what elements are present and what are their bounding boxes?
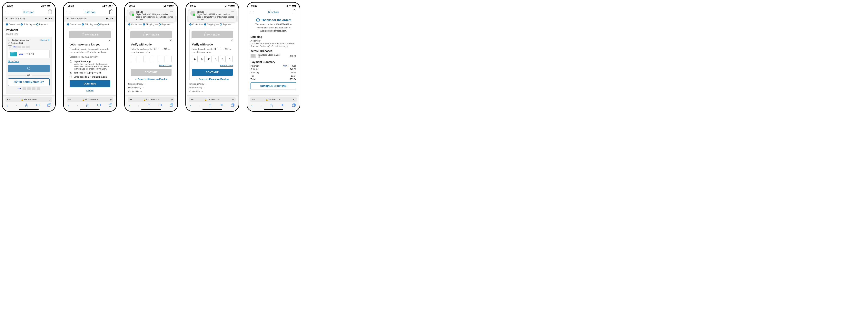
share-icon[interactable]	[147, 103, 151, 108]
reload-icon[interactable]: ↻	[49, 98, 51, 101]
bookmarks-icon[interactable]	[281, 103, 284, 108]
svg-rect-7	[231, 104, 234, 107]
tabs-icon[interactable]	[292, 103, 296, 108]
brand-logo[interactable]: Kitchen	[85, 10, 96, 14]
back-icon[interactable]: ‹	[251, 103, 252, 108]
shipping-section: Shipping Alex Miller 1000 Market Street,…	[250, 35, 297, 48]
verify-option-email[interactable]: Email code to al•••@example.com	[70, 75, 111, 78]
text-size-icon[interactable]: AA	[7, 98, 10, 101]
order-summary-toggle[interactable]: Order Summary $51.84	[64, 16, 116, 22]
tabs-icon[interactable]	[108, 103, 112, 108]
menu-icon[interactable]	[6, 11, 9, 13]
order-summary-toggle[interactable]: Order Summary $51.84	[3, 16, 55, 22]
tabs-icon[interactable]	[231, 103, 235, 108]
bag-icon[interactable]: 1	[110, 10, 113, 14]
resend-code-link[interactable]: Resend code	[220, 64, 233, 67]
otp-digit-3[interactable]: 2	[206, 56, 212, 62]
selected-card[interactable]: VISA •••• 9010	[8, 50, 50, 58]
share-icon[interactable]	[270, 103, 273, 108]
card-last4: •••• 9010	[25, 53, 34, 56]
url-field[interactable]: AA 🔒 kitchen.com ↻	[250, 97, 297, 102]
pay-button-disabled: PAY $51.84	[130, 31, 172, 38]
share-icon[interactable]	[208, 103, 212, 108]
bookmarks-icon[interactable]	[97, 103, 101, 108]
close-icon[interactable]: ✕	[230, 39, 233, 42]
more-cards-link[interactable]: More Cards	[8, 60, 19, 63]
verify-code-modal: PAY $51.84 ✕ Verify with code Enter the …	[189, 29, 235, 80]
verify-option-bank-app[interactable]: In your bank app Verify this purchase in…	[70, 60, 111, 70]
url-field[interactable]: AA 🔒 kitchen.com ↻	[67, 97, 113, 102]
status-bar: 09:10	[187, 3, 238, 9]
text-size-icon[interactable]: AA	[68, 98, 71, 101]
otp-input-group	[131, 56, 172, 62]
bag-icon[interactable]: 1	[48, 10, 52, 14]
resend-code-link[interactable]: Resend code	[159, 64, 172, 67]
brand-logo[interactable]: Kitchen	[23, 10, 34, 14]
verify-option-text[interactable]: Text code to +1 (•••) •••••234	[70, 71, 111, 74]
close-icon[interactable]: ✕	[169, 39, 172, 42]
click-to-pay-icon: ▷▷	[8, 45, 12, 48]
url-field[interactable]: AA 🔒 kitchen.com ↻	[128, 97, 175, 102]
continue-button[interactable]: CONTINUE	[192, 69, 233, 76]
or-divider: OR	[27, 74, 31, 77]
app-header: Kitchen	[248, 9, 299, 16]
bookmarks-icon[interactable]	[220, 103, 223, 108]
alt-method-link[interactable]: Select a different verification method	[138, 78, 167, 80]
otp-digit-2[interactable]	[138, 56, 144, 62]
otp-digit-5[interactable]	[159, 56, 164, 62]
menu-icon[interactable]	[67, 11, 70, 13]
back-icon[interactable]: ‹	[68, 103, 69, 108]
otp-digit-2[interactable]: 5	[199, 56, 205, 62]
url-field[interactable]: AA 🔒 kitchen.com ↻	[5, 97, 52, 102]
payment-subtitle: Credit/Debit	[6, 33, 52, 35]
reload-icon[interactable]: ↻	[293, 98, 295, 101]
menu-icon[interactable]	[250, 11, 254, 13]
return-policy-link[interactable]: Return Policy→	[128, 86, 174, 89]
home-indicator	[264, 109, 283, 110]
otp-digit-6[interactable]	[166, 56, 172, 62]
lock-icon: 🔒	[21, 99, 23, 101]
otp-digit-1[interactable]	[131, 56, 136, 62]
switch-id-link[interactable]: Switch ID	[40, 39, 50, 41]
bookmarks-icon[interactable]	[36, 103, 40, 108]
otp-digit-4[interactable]: 1	[213, 56, 219, 62]
text-size-icon[interactable]: AA	[252, 98, 255, 101]
enter-card-manually-button[interactable]: ENTER CARD MANUALLY	[8, 79, 50, 86]
tabs-icon[interactable]	[48, 103, 51, 108]
otp-digit-5[interactable]: 1	[220, 56, 226, 62]
share-icon[interactable]	[86, 103, 89, 108]
continue-shopping-button[interactable]: CONTINUE SHOPPING	[250, 82, 297, 90]
otp-digit-3[interactable]	[145, 56, 151, 62]
check-circle-icon: ✓	[256, 18, 260, 22]
alt-method-link[interactable]: Select a different verification method	[199, 78, 228, 80]
text-size-icon[interactable]: AA	[129, 98, 132, 101]
url-field[interactable]: AA 🔒 kitchen.com ↻	[189, 97, 236, 102]
shipping-policy-link[interactable]: Shipping Policy→	[189, 83, 235, 85]
return-policy-link[interactable]: Return Policy→	[189, 86, 235, 89]
contact-us-link[interactable]: Contact Us→	[189, 90, 235, 93]
reload-icon[interactable]: ↻	[110, 98, 112, 101]
continue-button[interactable]: CONTINUE	[70, 80, 111, 87]
otp-digit-4[interactable]	[152, 56, 157, 62]
back-icon[interactable]: ‹	[129, 103, 130, 108]
brand-logo[interactable]: Kitchen	[268, 10, 279, 14]
lock-icon: 🔒	[143, 99, 146, 101]
back-icon[interactable]: ‹	[7, 103, 8, 108]
sms-notification[interactable]: 333133now Digital Bank: 452111 is your o…	[127, 9, 175, 23]
tabs-icon[interactable]	[170, 103, 173, 108]
reload-icon[interactable]: ↻	[171, 98, 173, 101]
bag-icon[interactable]	[293, 10, 297, 14]
otp-digit-1[interactable]: 4	[192, 56, 197, 62]
otp-digit-6[interactable]: 1	[227, 56, 233, 62]
reload-icon[interactable]: ↻	[232, 98, 234, 101]
close-icon[interactable]: ✕	[108, 39, 111, 42]
cancel-link[interactable]: Cancel	[87, 89, 93, 92]
payment-title: Payment	[6, 28, 52, 32]
sms-notification[interactable]: 333133now Digital Bank: 452111 is your o…	[188, 9, 237, 23]
text-size-icon[interactable]: AA	[190, 98, 194, 101]
contact-us-link[interactable]: Contact Us→	[128, 90, 174, 93]
share-icon[interactable]	[25, 103, 28, 108]
back-icon[interactable]: ‹	[190, 103, 191, 108]
bookmarks-icon[interactable]	[158, 103, 162, 108]
shipping-policy-link[interactable]: Shipping Policy→	[128, 83, 174, 85]
